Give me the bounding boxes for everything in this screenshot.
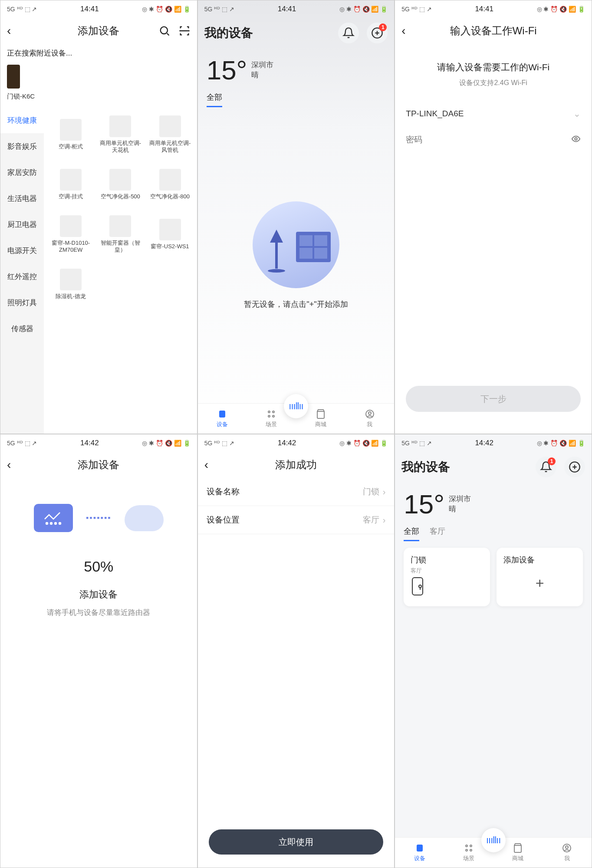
device-icon — [34, 504, 73, 532]
device-grid: 空调-柜式 商用单元机空调-天花机 商用单元机空调-风管机 空调-挂式 空气净化… — [44, 107, 197, 434]
cloud-icon — [125, 505, 164, 531]
eye-icon[interactable] — [571, 134, 581, 145]
svg-point-16 — [368, 412, 371, 414]
svg-point-17 — [575, 138, 577, 140]
empty-illustration — [253, 201, 339, 288]
chevron-down-icon: ⌄ — [573, 108, 581, 119]
device-cell[interactable]: 智能开窗器（智皇） — [95, 209, 145, 259]
device-cell[interactable]: 空调-挂式 — [46, 159, 95, 209]
device-cell[interactable]: 空气净化器-500 — [95, 159, 145, 209]
panel-my-devices-list: 5Gᴴᴰ ⬚ ↗ 14:42 ◎ ✱ ⏰ 🔇 📶 🔋 我的设备 1 15° 深圳… — [395, 434, 592, 868]
device-cell[interactable]: 商用单元机空调-天花机 — [95, 109, 145, 159]
found-device[interactable] — [7, 65, 24, 90]
wifi-hint: 设备仅支持2.4G Wi-Fi — [404, 79, 583, 88]
category-item[interactable]: 厨卫电器 — [0, 211, 44, 237]
svg-marker-8 — [270, 230, 283, 243]
empty-text: 暂无设备，请点击"+"开始添加 — [244, 299, 348, 309]
add-button[interactable] — [564, 457, 585, 477]
progress-tip: 请将手机与设备尽量靠近路由器 — [13, 608, 184, 618]
svg-point-24 — [419, 585, 421, 588]
voice-button[interactable]: ıııllıı — [284, 394, 308, 418]
category-item[interactable]: 照明灯具 — [0, 289, 44, 316]
nav-me[interactable]: 我 — [345, 404, 394, 434]
category-item[interactable]: 红外遥控 — [0, 263, 44, 289]
voice-button[interactable]: ıııllıı — [481, 828, 506, 852]
notification-button[interactable]: 1 — [536, 457, 556, 477]
svg-point-13 — [268, 415, 270, 417]
weather-widget[interactable]: 15° 深圳市晴 — [395, 482, 592, 526]
page-title: 我的设备 — [401, 459, 450, 475]
status-bar: 5Gᴴᴰ ⬚ ↗ 14:41 ◎ ✱ ⏰ 🔇 📶 🔋 — [395, 0, 592, 18]
svg-point-28 — [466, 849, 467, 851]
progress-percent: 50% — [13, 558, 184, 575]
back-button[interactable]: ‹ — [401, 24, 414, 38]
page-title: 我的设备 — [204, 25, 253, 41]
panel-connecting: 5Gᴴᴰ ⬚ ↗ 14:42 ◎ ✱ ⏰ 🔇 📶 🔋 ‹ 添加设备 ▪▪▪▪▪▪… — [0, 434, 197, 868]
device-card-lock[interactable]: 门锁 客厅 — [404, 548, 490, 606]
use-now-button[interactable]: 立即使用 — [209, 829, 384, 855]
category-item[interactable]: 家居安防 — [0, 159, 44, 185]
status-bar: 5Gᴴᴰ ⬚ ↗ 14:42 ◎ ✱ ⏰ 🔇 📶 🔋 — [198, 434, 395, 452]
progress-status: 添加设备 — [13, 588, 184, 601]
device-cell[interactable]: 空调-柜式 — [46, 109, 95, 159]
status-bar: 5Gᴴᴰ ⬚ ↗ 14:41 ◎ ✱ ⏰ 🔇 📶 🔋 — [198, 0, 395, 18]
back-button[interactable]: ‹ — [7, 24, 20, 38]
connecting-graphic: ▪▪▪▪▪▪▪ — [0, 478, 197, 545]
svg-point-20 — [55, 523, 56, 524]
svg-point-11 — [268, 411, 270, 413]
category-item[interactable]: 影音娱乐 — [0, 133, 44, 159]
weather-widget[interactable]: 15° 深圳市晴 — [198, 48, 395, 92]
add-device-card[interactable]: 添加设备 + — [497, 548, 583, 606]
device-cell[interactable]: 除湿机-德龙 — [46, 259, 95, 309]
add-button[interactable]: 1 — [367, 23, 388, 43]
svg-point-9 — [268, 269, 285, 273]
category-item[interactable]: 传感器 — [0, 316, 44, 342]
lock-icon — [411, 577, 483, 599]
back-button[interactable]: ‹ — [7, 458, 20, 472]
panel-add-device-catalog: 5Gᴴᴰ ⬚ ↗ 14:41 ◎ ✱ ⏰ 🔇 📶 🔋 ‹ 添加设备 正在搜索附近… — [0, 0, 197, 434]
plus-icon: + — [536, 575, 544, 592]
wifi-ssid-row[interactable]: TP-LINK_DA6E ⌄ — [406, 101, 581, 127]
device-location-row[interactable]: 设备位置 客厅 › — [198, 506, 395, 534]
page-title: 添加设备 — [0, 458, 197, 472]
nav-me[interactable]: 我 — [543, 838, 592, 868]
bottom-nav: ıııllıı 设备 场景 商城 我 — [395, 837, 592, 868]
svg-point-0 — [160, 27, 167, 34]
svg-rect-10 — [219, 411, 225, 418]
tab-room[interactable]: 客厅 — [430, 526, 445, 541]
badge: 1 — [548, 457, 556, 465]
nav-devices[interactable]: 设备 — [198, 404, 247, 434]
next-button[interactable]: 下一步 — [406, 386, 581, 412]
chevron-right-icon: › — [383, 515, 386, 525]
scan-icon[interactable] — [178, 25, 191, 37]
category-list: 环境健康影音娱乐家居安防生活电器厨卫电器电源开关红外遥控照明灯具传感器 — [0, 107, 44, 434]
svg-point-19 — [50, 523, 52, 524]
svg-point-12 — [273, 411, 274, 413]
wifi-prompt-title: 请输入设备需要工作的Wi-Fi — [404, 61, 583, 73]
category-item[interactable]: 电源开关 — [0, 237, 44, 263]
tab-all[interactable]: 全部 — [404, 526, 419, 541]
device-cell[interactable]: 窗帘-US2-WS1 — [145, 209, 194, 259]
tab-all[interactable]: 全部 — [207, 92, 222, 107]
device-cell[interactable]: 空气净化器-800 — [145, 159, 194, 209]
svg-rect-3 — [299, 235, 312, 246]
bottom-nav: ıııllıı 设备 场景 商城 我 — [198, 403, 395, 434]
device-cell[interactable]: 窗帘-M-D1010-ZM70EW — [46, 209, 95, 259]
category-item[interactable]: 生活电器 — [0, 185, 44, 211]
back-button[interactable]: ‹ — [204, 458, 217, 472]
nav-devices[interactable]: 设备 — [395, 838, 444, 868]
device-cell[interactable]: 商用单元机空调-风管机 — [145, 109, 194, 159]
badge: 1 — [379, 23, 387, 31]
svg-rect-4 — [314, 235, 327, 246]
svg-point-31 — [566, 846, 568, 848]
device-name-row[interactable]: 设备名称 门锁 › — [198, 478, 395, 506]
chevron-right-icon: › — [383, 487, 386, 497]
svg-point-21 — [59, 523, 61, 524]
wifi-password-input[interactable] — [406, 135, 571, 145]
category-item[interactable]: 环境健康 — [0, 107, 44, 133]
status-bar: 5Gᴴᴰ ⬚ ↗ 14:42 ◎ ✱ ⏰ 🔇 📶 🔋 — [0, 434, 197, 452]
search-icon[interactable] — [158, 25, 171, 37]
svg-point-18 — [46, 523, 48, 524]
notification-button[interactable] — [338, 23, 359, 43]
panel-my-devices-empty: 5Gᴴᴰ ⬚ ↗ 14:41 ◎ ✱ ⏰ 🔇 📶 🔋 我的设备 1 15° 深圳… — [197, 0, 395, 434]
